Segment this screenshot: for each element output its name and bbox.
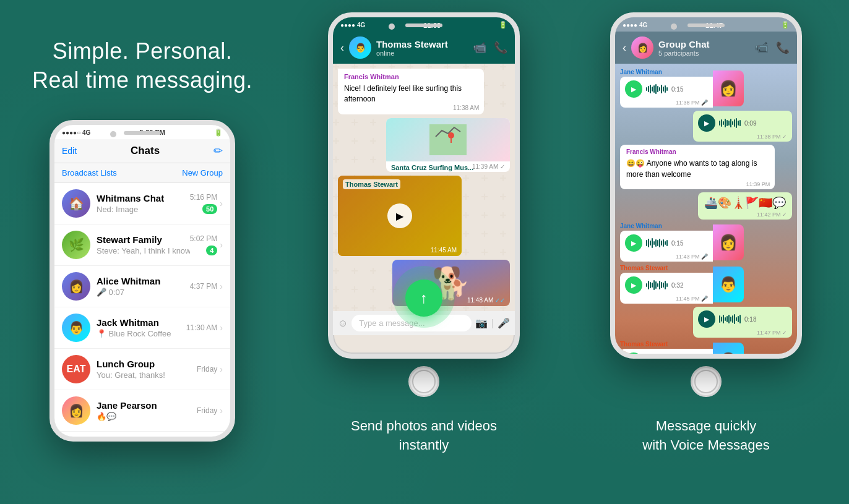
phone-left: ●●●●○ 4G 5:20 PM 🔋 Edit Chats ✏ Broadcas… (50, 120, 235, 442)
play-btn-thomas-2[interactable]: ▶ (625, 352, 642, 359)
chat-time-lunch: Friday (197, 365, 217, 374)
emoji-time: 11:42 PM ✓ (757, 211, 787, 218)
battery-mid: 🔋 (499, 21, 507, 29)
play-btn-thomas-1[interactable]: ▶ (625, 276, 642, 294)
chat-item-lunch[interactable]: EAT Lunch Group You: Great, thanks! Frid… (54, 349, 230, 390)
voice-msg-thomas-2: Thomas Stewart ▶ 0:07 11:47 PM 🎤 👨 (620, 341, 744, 359)
waveform-jane-2 (646, 237, 668, 249)
call-icon-right[interactable]: 📞 (776, 41, 790, 54)
voice-sender-thomas-2: Thomas Stewart (620, 341, 713, 348)
chat-header-info: Thomas Stewart online (376, 39, 448, 57)
chat-item-alice2[interactable]: 👩 Alice Friday › (54, 432, 230, 442)
chat-item-stewart[interactable]: 🌿 Stewart Family Steve: Yeah, I think I … (54, 224, 230, 266)
chat-meta-lunch: Friday (197, 365, 217, 374)
home-button-inner-right (694, 370, 718, 393)
waveform-thomas-2 (646, 356, 668, 359)
chat-badge-whitmans: 50 (202, 204, 217, 214)
chat-item-jack[interactable]: 👨 Jack Whitman 📍 Blue Rock Coffee 11:30 … (54, 307, 230, 349)
chat-item-alice[interactable]: 👩 Alice Whitman 🎤 0:07 4:37 PM › (54, 266, 230, 307)
chat-badge-stewart: 4 (206, 246, 217, 255)
play-btn-jane-1[interactable]: ▶ (625, 80, 642, 98)
chat-info-alice: Alice Whitman 🎤 0:07 (97, 276, 190, 297)
voice-dur-thomas-2: 0:07 (671, 358, 683, 359)
camera-icon[interactable]: 📷 (475, 317, 488, 329)
new-group-link[interactable]: New Group (182, 168, 223, 177)
chats-title: Chats (131, 145, 160, 157)
chat-meta-whitmans: 5:16 PM 50 (190, 193, 218, 214)
svg-rect-0 (429, 124, 467, 155)
location-map (386, 118, 510, 161)
francis-time-right: 11:39 PM (746, 181, 770, 187)
voice-thomas-2-wrapper: Thomas Stewart ▶ 0:07 11:47 PM 🎤 (620, 341, 713, 359)
video-time: 11:45 AM (431, 247, 457, 254)
chat-header-actions: 📹 📞 (473, 41, 507, 54)
chat-header-name: Thomas Stewart (376, 39, 448, 49)
mic-icon[interactable]: 🎤 (498, 317, 510, 329)
phone-speaker (124, 131, 161, 135)
chat-item-whitmans[interactable]: 🏠 Whitmans Chat Ned: Image 5:16 PM 50 › (54, 183, 230, 224)
video-icon-right[interactable]: 📹 (755, 41, 769, 54)
chat-info-jack: Jack Whitman 📍 Blue Rock Coffee (97, 317, 186, 338)
call-icon[interactable]: 📞 (494, 41, 507, 54)
back-button-right[interactable]: ‹ (623, 41, 626, 54)
chat-name-jane-p: Jane Pearson (97, 400, 197, 411)
msg-video[interactable]: ▶ Thomas Stewart 11:45 AM (338, 176, 462, 256)
caption-mid-line1: Send photos and videos (351, 418, 497, 434)
photo-time: 11:48 AM ✓✓ (467, 297, 505, 304)
back-button[interactable]: ‹ (340, 41, 344, 54)
voice-dur-out-1: 0:09 (744, 120, 756, 127)
middle-section: ●●●● 4G 11:38 🔋 ‹ 👨 Thomas Stewart onlin… (285, 0, 563, 504)
broadcast-lists-link[interactable]: Broadcast Lists (62, 168, 117, 177)
chat-info-whitmans: Whitmans Chat Ned: Image (97, 193, 190, 214)
phone-right: ●●●● 4G 11:47 🔋 ‹ 👩 Group Chat 5 partici… (610, 12, 802, 359)
voice-bubble-jane-2: ▶ 0:15 11:43 PM 🎤 (620, 231, 713, 262)
nav-bar: Edit Chats ✏ (54, 139, 230, 163)
emoji-icon[interactable]: ☺ (338, 318, 348, 329)
chat-header-right: ‹ 👩 Group Chat 5 participants 📹 📞 (615, 32, 797, 64)
home-button-mid[interactable] (408, 366, 439, 397)
upload-button[interactable]: ↑ (405, 280, 442, 317)
msg-text-francis: Nice! I definitely feel like surfing thi… (344, 84, 462, 103)
msg-video-container: ▶ Thomas Stewart 11:45 AM (338, 176, 462, 256)
chat-item-jane-p[interactable]: 👩 Jane Pearson 🔥💬 Friday › (54, 390, 230, 432)
signal-right: ●●●● 4G (623, 22, 647, 28)
phone-right-speaker (687, 23, 725, 27)
signal-mid: ●●●● 4G (340, 22, 365, 28)
caption-right: Message quickly with Voice Messages (642, 417, 769, 455)
chat-avatar-jane-p: 👩 (62, 396, 90, 425)
chat-avatar-whitmans: 🏠 (62, 189, 90, 218)
chat-name-stewart: Stewart Family (97, 234, 190, 245)
emoji-content: 🚢🎨🗼🚩🇨🇳💬 (704, 197, 786, 209)
play-btn-out-2[interactable]: ▶ (698, 310, 715, 328)
location-address: 71 West Cliff Drive, Santa Cruz, CA 9506… (391, 171, 505, 172)
edit-button[interactable]: Edit (62, 146, 77, 156)
messages-area-voice: Jane Whitman ▶ 0:15 11:38 PM 🎤 👩 (615, 64, 797, 359)
home-button-right[interactable] (691, 366, 722, 397)
phone-mid: ●●●● 4G 11:38 🔋 ‹ 👨 Thomas Stewart onlin… (328, 12, 520, 359)
voice-dur-thomas-1: 0:32 (671, 282, 683, 289)
waveform-out-2 (719, 314, 741, 325)
chat-time-jane-p: Friday (197, 406, 217, 415)
voice-bubble-thomas-1: ▶ 0:32 11:45 PM 🎤 (620, 273, 713, 304)
msg-francis-right: Francis Whitman 😄😜 Anyone who wants to t… (620, 145, 775, 189)
play-button[interactable]: ▶ (387, 203, 412, 228)
chat-preview-alice: 🎤 0:07 (97, 288, 190, 297)
voice-msg-jane-1: Jane Whitman ▶ 0:15 11:38 PM 🎤 👩 (620, 69, 744, 108)
voice-time-jane-1: 11:38 PM 🎤 (676, 100, 708, 106)
phone-camera (110, 131, 116, 137)
compose-button[interactable]: ✏ (213, 144, 223, 158)
chat-name-jack: Jack Whitman (97, 317, 186, 328)
voice-msg-out-2: ▶ 0:18 11:47 PM ✓ (693, 307, 792, 338)
svg-point-1 (448, 132, 454, 139)
chat-info-lunch: Lunch Group You: Great, thanks! (97, 359, 197, 380)
waveform-jane-1 (646, 83, 668, 95)
chat-name-alice: Alice Whitman (97, 276, 190, 286)
chat-list: 🏠 Whitmans Chat Ned: Image 5:16 PM 50 › … (54, 183, 230, 442)
play-btn-jane-2[interactable]: ▶ (625, 234, 642, 252)
play-btn-out-1[interactable]: ▶ (698, 114, 715, 132)
video-call-icon[interactable]: 📹 (473, 41, 486, 54)
waveform-out-1 (719, 117, 741, 129)
voice-dur-jane-1: 0:15 (671, 86, 683, 93)
chevron-icon-jack: › (220, 323, 223, 333)
check-mark: ✓✓ (495, 297, 505, 304)
